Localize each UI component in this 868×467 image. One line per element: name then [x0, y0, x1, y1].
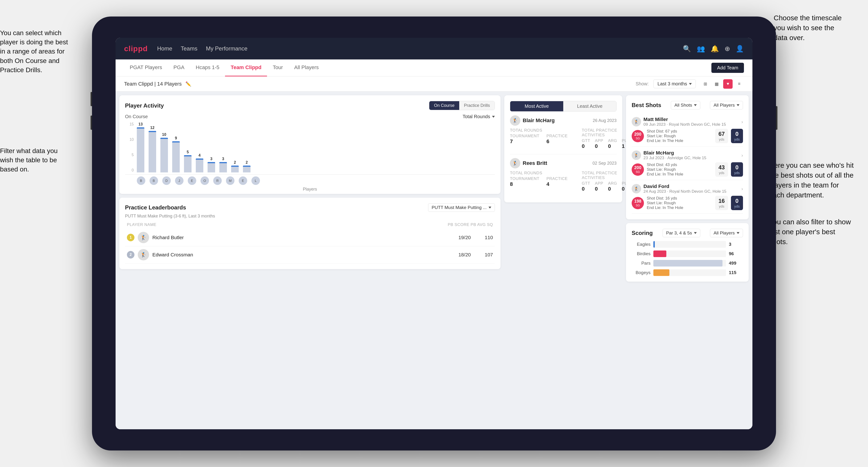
avatar-1: B: [150, 177, 158, 185]
bar-8: [231, 165, 239, 173]
shot-avatar-2: 🏌: [632, 151, 641, 160]
tablet-frame: clippd Home Teams My Performance 🔍 👥 🔔 ⊕…: [92, 17, 776, 450]
tab-most-active[interactable]: Most Active: [510, 101, 563, 111]
pa-app-val-1: 0: [595, 143, 603, 149]
add-team-button[interactable]: Add Team: [711, 63, 744, 73]
shot-row-3: 🏌 David Ford 24 Aug 2023 · Royal North D…: [632, 180, 743, 214]
bar-0: [137, 127, 144, 173]
plus-icon[interactable]: ⊕: [724, 45, 730, 53]
scoring-header: Scoring Par 3, 4 & 5s All Players: [632, 229, 743, 237]
lb-score-1: 19/20: [452, 235, 471, 240]
pa-label-total-practice-1: Total Practice Activities: [582, 128, 633, 137]
tab-hcaps[interactable]: Hcaps 1-5: [190, 59, 225, 76]
shot-badge-1: 200 SG: [632, 130, 644, 142]
activity-card-header: Player Activity On Course Practice Drill…: [125, 101, 495, 110]
y-label-5: 5: [132, 153, 134, 157]
scoring-label-2: Pars: [632, 261, 651, 266]
shots-players-dropdown[interactable]: All Players: [710, 101, 743, 110]
shot-player-detail-1: 09 Jun 2023 · Royal North Devon GC, Hole…: [644, 122, 739, 127]
users-icon[interactable]: 👥: [697, 45, 705, 53]
toggle-on-course[interactable]: On Course: [429, 101, 459, 110]
rank-badge-1: 1: [127, 234, 134, 241]
pa-date-1: 26 Aug 2023: [593, 118, 617, 123]
player-activity-row-2: 🏌 Rees Britt 02 Sep 2023 Total Rounds: [510, 158, 617, 192]
pa-arg-val-1: 0: [608, 143, 617, 149]
nav-home[interactable]: Home: [157, 45, 172, 52]
lb-name-2: Edward Crossman: [152, 252, 448, 257]
chart-area: 15 10 5 0 1312109543322: [125, 122, 495, 175]
toggle-practice[interactable]: Practice Drills: [459, 101, 495, 110]
pa-arg-label-1: ARG: [608, 138, 617, 143]
chart-dropdown[interactable]: Total Rounds: [463, 114, 495, 119]
scoring-filter1-dropdown[interactable]: Par 3, 4 & 5s: [662, 229, 700, 237]
pa-gtt-label-2: GTT: [582, 181, 590, 186]
tab-all-players[interactable]: All Players: [288, 59, 324, 76]
lb-table-header: PLAYER NAME PB SCORE PB AVG SQ: [125, 222, 495, 227]
nav-teams[interactable]: Teams: [181, 45, 197, 52]
shot-player-name-1: Matt Miller: [644, 117, 739, 122]
pa-name-row-2: 🏌 Rees Britt 02 Sep 2023: [510, 158, 617, 168]
nav-my-performance[interactable]: My Performance: [206, 45, 247, 52]
shot-metric-zero-2: 0 yds: [731, 162, 743, 177]
shot-metrics-1: 67 yds 0 yds: [715, 129, 743, 143]
bar-group-9: 2: [243, 160, 250, 173]
chart-sub-header: On Course Total Rounds: [125, 114, 495, 119]
activity-title: Player Activity: [125, 102, 164, 109]
view-list-btn[interactable]: ≡: [735, 79, 744, 89]
pa-label-tournament-1: Tournament: [510, 134, 539, 138]
bar-1: [149, 131, 156, 173]
left-panel: Player Activity On Course Practice Drill…: [119, 95, 500, 426]
view-heart-btn[interactable]: ♥: [723, 79, 733, 89]
tab-team-clippd[interactable]: Team Clippd: [225, 59, 267, 76]
chart-dropdown-label: Total Rounds: [463, 114, 490, 119]
shot-metrics-2: 43 yds 0 yds: [715, 162, 743, 177]
search-icon[interactable]: 🔍: [683, 45, 691, 53]
avatar-5: O: [200, 177, 209, 185]
pa-label-practice-2: Practice: [547, 177, 568, 181]
shot-info-1: Shot Dist: 67 yds Start Lie: Rough End L…: [647, 129, 712, 143]
edit-icon[interactable]: ✏️: [185, 81, 191, 87]
shot-player-row-2: 🏌 Blair McHarg 23 Jul 2023 · Ashridge GC…: [632, 150, 743, 160]
sub-navigation: PGAT Players PGA Hcaps 1-5 Team Clippd T…: [116, 59, 752, 76]
scoring-filter2-dropdown[interactable]: All Players: [710, 229, 743, 237]
shot-info-2: Shot Dist: 43 yds Start Lie: Rough End L…: [647, 162, 712, 177]
bar-group-3: 9: [172, 136, 180, 173]
bar-value-8: 2: [234, 160, 236, 165]
avatars-row: BBDJEORMEL: [125, 177, 495, 185]
pa-stats-1: Total Rounds Tournament 7 Practice: [510, 128, 617, 149]
shot-badge-2: 200 SG: [632, 163, 644, 176]
bar-value-1: 12: [150, 126, 154, 130]
scoring-title: Scoring: [632, 230, 653, 236]
shot-row-1: 🏌 Matt Miller 09 Jun 2023 · Royal North …: [632, 113, 743, 147]
y-label-10: 10: [129, 137, 134, 142]
scoring-row-2: Pars499: [632, 260, 743, 267]
tab-pga[interactable]: PGA: [168, 59, 190, 76]
tab-least-active[interactable]: Least Active: [563, 101, 616, 111]
tab-pgat-players[interactable]: PGAT Players: [124, 59, 168, 76]
avatar-6: R: [213, 177, 222, 185]
scoring-label-3: Bogeys: [632, 270, 651, 275]
shot-chevron-3[interactable]: ›: [741, 186, 743, 191]
bell-icon[interactable]: 🔔: [711, 45, 719, 53]
shot-chevron-2[interactable]: ›: [741, 153, 743, 158]
tab-tour[interactable]: Tour: [267, 59, 288, 76]
scoring-card: Scoring Par 3, 4 & 5s All Players Eagles…: [626, 223, 749, 282]
shot-metric-dist-2: 43 yds: [715, 162, 728, 177]
pa-app-val-2: 0: [595, 186, 603, 192]
view-grid-btn[interactable]: ⊞: [701, 79, 710, 89]
shot-chevron-1[interactable]: ›: [741, 119, 743, 125]
shot-info-3: Shot Dist: 16 yds Start Lie: Rough End L…: [647, 196, 712, 210]
timescale-selector[interactable]: Last 3 months: [653, 80, 696, 88]
scoring-bar-0: [653, 241, 655, 248]
shot-player-detail-3: 24 Aug 2023 · Royal North Devon GC, Hole…: [644, 189, 739, 194]
rank-badge-2: 2: [127, 251, 134, 258]
bar-group-2: 10: [160, 132, 168, 173]
bar-value-2: 10: [162, 132, 166, 137]
view-cards-btn[interactable]: ▦: [712, 79, 721, 89]
shot-metric-zero-1: 0 yds: [731, 129, 743, 143]
user-icon[interactable]: 👤: [736, 45, 744, 53]
pa-gtt-label-1: GTT: [582, 138, 590, 143]
bar-value-5: 4: [198, 153, 201, 158]
leaderboard-dropdown[interactable]: PUTT Must Make Putting ...: [428, 203, 495, 212]
shots-filter-dropdown[interactable]: All Shots: [671, 101, 700, 110]
